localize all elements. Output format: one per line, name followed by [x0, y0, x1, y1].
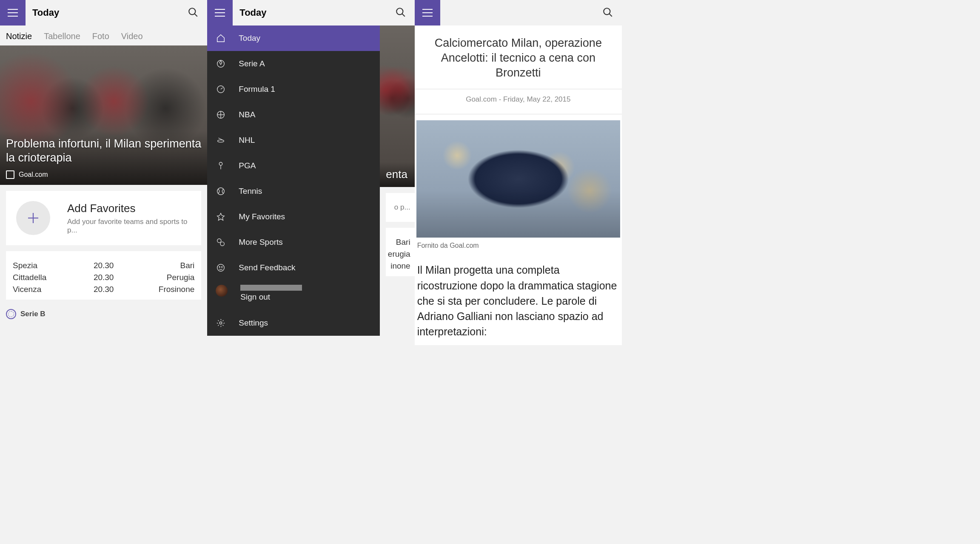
article[interactable]: Calciomercato Milan, operazione Ancelott…: [415, 26, 622, 345]
team-left: Vicenza: [13, 285, 94, 294]
drawer-label: PGA: [239, 161, 256, 170]
hero-source-row: Goal.com: [6, 170, 201, 179]
drawer-item-nba[interactable]: NBA: [207, 102, 380, 128]
search-icon: [395, 7, 406, 18]
tab-foto[interactable]: Foto: [92, 31, 109, 41]
hero-overlay: Problema infortuni, il Milan sperimenta …: [0, 131, 207, 185]
scores-card: Bari erugia inone: [386, 228, 414, 276]
hamburger-button[interactable]: [415, 0, 440, 26]
drawer-item-favorites[interactable]: My Favorites: [207, 204, 380, 230]
match-time: 20.30: [94, 285, 114, 294]
drawer-label: Settings: [239, 318, 268, 328]
article-meta: Goal.com - Friday, May 22, 2015: [415, 95, 622, 104]
tab-video[interactable]: Video: [121, 31, 143, 41]
score-row: Bari: [390, 236, 410, 248]
score-row: inone: [390, 260, 410, 272]
hamburger-icon: [422, 9, 433, 17]
drawer-item-nhl[interactable]: NHL: [207, 128, 380, 153]
tab-notizie[interactable]: Notizie: [6, 31, 32, 41]
drawer-item-signout[interactable]: Sign out: [207, 280, 380, 310]
signout-label: Sign out: [240, 292, 270, 301]
search-button[interactable]: [395, 7, 406, 20]
svg-point-22: [220, 322, 222, 324]
team-right: Perugia: [114, 273, 194, 282]
screen-article: Calciomercato Milan, operazione Ancelott…: [415, 0, 622, 345]
drawer-label: NHL: [239, 136, 255, 145]
hero-source: Goal.com: [19, 171, 48, 178]
drawer-label: Send Feedback: [239, 263, 295, 272]
divider: [415, 89, 622, 89]
scores-card[interactable]: Spezia 20.30 Bari Cittadella 20.30 Perug…: [6, 251, 201, 300]
drawer-item-today[interactable]: Today: [207, 26, 380, 51]
hamburger-button[interactable]: [0, 0, 26, 26]
hero-story[interactable]: Problema infortuni, il Milan sperimenta …: [0, 45, 207, 185]
tabs: Notizie Tabellone Foto Video: [0, 26, 207, 45]
team-right: Frosinone: [114, 285, 194, 294]
drawer-label: Formula 1: [239, 85, 275, 94]
score-row: Spezia 20.30 Bari: [13, 260, 194, 272]
svg-point-20: [219, 266, 220, 267]
drawer-item-pga[interactable]: PGA: [207, 153, 380, 178]
drawer-item-formula1[interactable]: Formula 1: [207, 76, 380, 102]
drawer-item-more-sports[interactable]: More Sports: [207, 230, 380, 255]
avatar: [216, 285, 228, 297]
basketball-icon: [216, 110, 226, 120]
username-redacted: [240, 285, 302, 291]
soccer-icon: [216, 59, 226, 69]
svg-point-17: [217, 239, 221, 243]
hero-overlay: enta: [380, 162, 414, 187]
fav-title: Add Favorites: [67, 202, 191, 215]
search-button[interactable]: [188, 7, 199, 20]
screen-today: Today Notizie Tabellone Foto Video Probl…: [0, 0, 207, 345]
gear-icon: [216, 318, 226, 328]
more-sports-icon: [216, 237, 226, 247]
add-favorites-card[interactable]: Add Favorites Add your favorite teams an…: [6, 191, 201, 245]
svg-point-0: [189, 8, 196, 14]
tab-tabellone[interactable]: Tabellone: [44, 31, 80, 41]
search-icon: [188, 7, 199, 18]
league-name: Serie B: [20, 310, 46, 318]
add-favorites-card: o p...: [386, 193, 414, 222]
drawer-item-tennis[interactable]: Tennis: [207, 178, 380, 204]
nav-drawer: Today Serie A Formula 1 NBA NHL PGA Tenn…: [207, 26, 380, 336]
page-title: Today: [239, 7, 266, 18]
drawer-label: Tennis: [239, 187, 262, 196]
svg-point-4: [396, 8, 403, 14]
score-row: Cittadella 20.30 Perugia: [13, 272, 194, 283]
tennis-icon: [216, 186, 226, 196]
plus-icon: [26, 210, 41, 226]
fav-fragment: o p...: [394, 203, 410, 212]
score-row: erugia: [390, 248, 410, 260]
article-title: Calciomercato Milan, operazione Ancelott…: [415, 36, 622, 80]
hamburger-icon: [215, 9, 225, 17]
search-button[interactable]: [602, 7, 613, 20]
article-body: Il Milan progetta una completa ricostruz…: [415, 262, 622, 339]
plus-circle: [16, 201, 50, 235]
drawer-item-feedback[interactable]: Send Feedback: [207, 255, 380, 280]
header: [415, 0, 622, 26]
background-peek: enta o p... Bari erugia inone: [380, 26, 414, 345]
divider: [415, 114, 622, 114]
drawer-item-serie-a[interactable]: Serie A: [207, 51, 380, 76]
source-icon: [6, 170, 14, 179]
home-icon: [216, 33, 226, 43]
drawer-label: Serie A: [239, 59, 265, 68]
score-row: Vicenza 20.30 Frosinone: [13, 283, 194, 295]
speedometer-icon: [216, 84, 226, 94]
hamburger-button[interactable]: [207, 0, 233, 26]
hero-story: enta: [380, 26, 414, 187]
screen-drawer: Today enta o p... Bari erugia inone Toda…: [207, 0, 414, 345]
star-icon: [216, 212, 226, 222]
svg-line-8: [221, 88, 223, 89]
match-time: 20.30: [94, 273, 114, 282]
page-title: Today: [32, 7, 59, 18]
header: Today: [207, 0, 414, 26]
svg-point-14: [219, 162, 222, 165]
drawer-label: My Favorites: [239, 212, 285, 221]
svg-point-18: [220, 242, 224, 246]
match-time: 20.30: [94, 261, 114, 270]
svg-point-21: [222, 266, 222, 267]
drawer-item-settings[interactable]: Settings: [207, 310, 380, 336]
league-row[interactable]: Serie B: [6, 306, 201, 319]
user-block: Sign out: [240, 285, 302, 302]
